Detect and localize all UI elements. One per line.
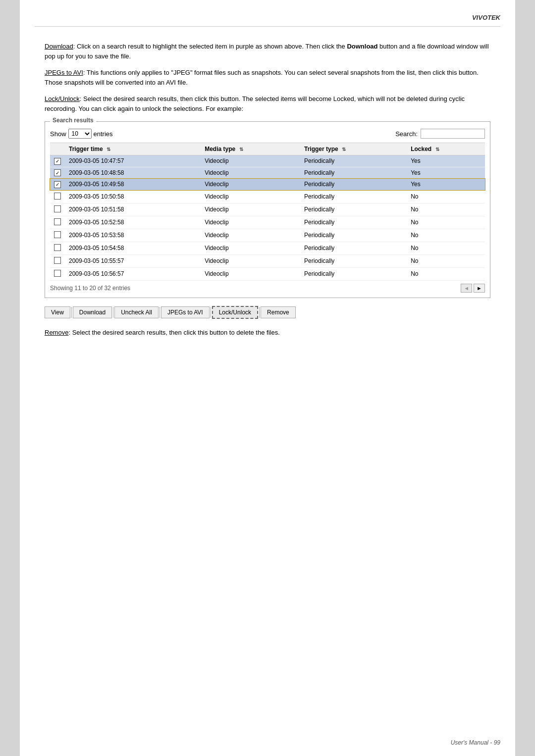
search-label: Search: bbox=[395, 130, 418, 138]
row-trigger_type: Periodically bbox=[300, 179, 407, 191]
checkbox-checked[interactable]: ✓ bbox=[54, 181, 61, 188]
next-page-button[interactable]: ► bbox=[474, 284, 485, 293]
row-trigger_type: Periodically bbox=[300, 216, 407, 229]
jpegs-label: JPEGs to AVI bbox=[45, 69, 83, 76]
row-trigger_type: Periodically bbox=[300, 203, 407, 216]
download-button[interactable]: Download bbox=[73, 306, 112, 318]
row-locked: Yes bbox=[407, 167, 485, 179]
checkbox-unchecked[interactable] bbox=[54, 244, 61, 251]
table-row[interactable]: 2009-03-05 10:56:57VideoclipPeriodically… bbox=[50, 267, 485, 280]
checkbox-unchecked[interactable] bbox=[54, 218, 61, 225]
row-trigger_time: 2009-03-05 10:55:57 bbox=[65, 254, 201, 267]
btn-separator-4 bbox=[211, 307, 211, 318]
results-table: Trigger time ⇅ Media type ⇅ Trigger type… bbox=[50, 143, 485, 281]
row-trigger_time: 2009-03-05 10:54:58 bbox=[65, 242, 201, 254]
sort-arrow-media-type[interactable]: ⇅ bbox=[239, 147, 243, 152]
pagination-controls: ◄ ► bbox=[461, 284, 485, 293]
checkbox-unchecked[interactable] bbox=[54, 257, 61, 264]
checkbox-unchecked[interactable] bbox=[54, 270, 61, 277]
row-locked: No bbox=[407, 242, 485, 254]
row-locked: No bbox=[407, 229, 485, 242]
table-controls: Show 10 25 50 100 entries Search: bbox=[50, 129, 485, 139]
row-trigger_time: 2009-03-05 10:49:58 bbox=[65, 179, 201, 191]
main-content: Download: Click on a search result to hi… bbox=[35, 37, 500, 349]
row-trigger_time: 2009-03-05 10:48:58 bbox=[65, 167, 201, 179]
row-media_type: Videoclip bbox=[201, 242, 300, 254]
row-trigger_type: Periodically bbox=[300, 190, 407, 203]
show-entries-control: Show 10 25 50 100 entries bbox=[50, 129, 113, 139]
page: VIVOTEK Download: Click on a search resu… bbox=[20, 0, 515, 756]
search-control: Search: bbox=[395, 129, 485, 139]
brand-name: VIVOTEK bbox=[472, 14, 500, 21]
entries-label: entries bbox=[94, 130, 113, 138]
table-row[interactable]: ✓2009-03-05 10:49:58VideoclipPeriodicall… bbox=[50, 179, 485, 191]
row-media_type: Videoclip bbox=[201, 167, 300, 179]
checkbox-checked[interactable]: ✓ bbox=[54, 158, 61, 165]
remove-label: Remove bbox=[45, 329, 68, 336]
th-media-type: Media type ⇅ bbox=[201, 143, 300, 155]
table-row[interactable]: 2009-03-05 10:51:58VideoclipPeriodically… bbox=[50, 203, 485, 216]
entries-select[interactable]: 10 25 50 100 bbox=[68, 129, 92, 139]
row-locked: No bbox=[407, 254, 485, 267]
row-media_type: Videoclip bbox=[201, 267, 300, 280]
page-footer: User's Manual - 99 bbox=[451, 739, 500, 746]
checkbox-unchecked[interactable] bbox=[54, 193, 61, 200]
row-checkbox-cell[interactable] bbox=[50, 190, 65, 203]
download-text: : Click on a search result to highlight … bbox=[73, 43, 347, 50]
btn-separator-3 bbox=[160, 307, 160, 318]
row-trigger_type: Periodically bbox=[300, 254, 407, 267]
remove-button[interactable]: Remove bbox=[261, 306, 296, 318]
table-row[interactable]: 2009-03-05 10:53:58VideoclipPeriodically… bbox=[50, 229, 485, 242]
row-trigger_time: 2009-03-05 10:56:57 bbox=[65, 267, 201, 280]
lock-label: Lock/Unlock bbox=[45, 95, 80, 102]
row-checkbox-cell[interactable]: ✓ bbox=[50, 155, 65, 167]
download-paragraph: Download: Click on a search result to hi… bbox=[45, 42, 490, 61]
checkbox-unchecked[interactable] bbox=[54, 231, 61, 238]
lock-text: : Select the desired search results, the… bbox=[45, 95, 465, 112]
uncheck-all-button[interactable]: Uncheck All bbox=[114, 306, 159, 318]
search-input[interactable] bbox=[421, 129, 485, 139]
row-locked: No bbox=[407, 190, 485, 203]
lock-unlock-button[interactable]: Lock/Unlock bbox=[212, 306, 258, 319]
table-row[interactable]: 2009-03-05 10:52:58VideoclipPeriodically… bbox=[50, 216, 485, 229]
row-checkbox-cell[interactable] bbox=[50, 203, 65, 216]
row-checkbox-cell[interactable]: ✓ bbox=[50, 179, 65, 191]
row-media_type: Videoclip bbox=[201, 254, 300, 267]
lock-paragraph: Lock/Unlock: Select the desired search r… bbox=[45, 94, 490, 113]
checkbox-unchecked[interactable] bbox=[54, 205, 61, 212]
download-label: Download bbox=[45, 43, 73, 50]
row-trigger_type: Periodically bbox=[300, 167, 407, 179]
row-media_type: Videoclip bbox=[201, 179, 300, 191]
table-row[interactable]: 2009-03-05 10:50:58VideoclipPeriodically… bbox=[50, 190, 485, 203]
table-row[interactable]: 2009-03-05 10:55:57VideoclipPeriodically… bbox=[50, 254, 485, 267]
header: VIVOTEK bbox=[35, 10, 500, 27]
table-row[interactable]: ✓2009-03-05 10:48:58VideoclipPeriodicall… bbox=[50, 167, 485, 179]
sort-arrow-trigger-type[interactable]: ⇅ bbox=[342, 147, 346, 152]
btn-separator-1 bbox=[71, 307, 72, 318]
row-media_type: Videoclip bbox=[201, 216, 300, 229]
jpegs-to-avi-button[interactable]: JPEGs to AVI bbox=[161, 306, 210, 318]
row-locked: Yes bbox=[407, 179, 485, 191]
th-locked: Locked ⇅ bbox=[407, 143, 485, 155]
row-media_type: Videoclip bbox=[201, 229, 300, 242]
view-button[interactable]: View bbox=[45, 306, 70, 318]
row-checkbox-cell[interactable] bbox=[50, 229, 65, 242]
row-checkbox-cell[interactable] bbox=[50, 254, 65, 267]
search-results-box: Search results Show 10 25 50 100 entries… bbox=[45, 121, 490, 298]
prev-page-button[interactable]: ◄ bbox=[461, 284, 472, 293]
sort-arrow-locked[interactable]: ⇅ bbox=[435, 147, 439, 152]
row-checkbox-cell[interactable]: ✓ bbox=[50, 167, 65, 179]
row-trigger_type: Periodically bbox=[300, 229, 407, 242]
checkbox-checked[interactable]: ✓ bbox=[54, 169, 61, 176]
row-media_type: Videoclip bbox=[201, 190, 300, 203]
action-buttons-row: View Download Uncheck All JPEGs to AVI L… bbox=[45, 306, 490, 319]
table-row[interactable]: ✓2009-03-05 10:47:57VideoclipPeriodicall… bbox=[50, 155, 485, 167]
row-checkbox-cell[interactable] bbox=[50, 267, 65, 280]
row-checkbox-cell[interactable] bbox=[50, 242, 65, 254]
row-checkbox-cell[interactable] bbox=[50, 216, 65, 229]
row-trigger_time: 2009-03-05 10:51:58 bbox=[65, 203, 201, 216]
row-trigger_type: Periodically bbox=[300, 267, 407, 280]
table-row[interactable]: 2009-03-05 10:54:58VideoclipPeriodically… bbox=[50, 242, 485, 254]
sort-arrow-trigger-time[interactable]: ⇅ bbox=[107, 147, 110, 152]
row-trigger_time: 2009-03-05 10:50:58 bbox=[65, 190, 201, 203]
